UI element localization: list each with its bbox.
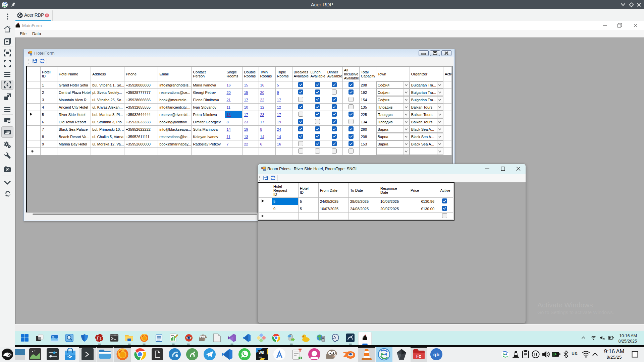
svg-text:Fz: Fz [416,354,421,359]
svg-text:qb: qb [433,352,439,357]
svg-text:Fz: Fz [97,336,101,341]
svg-text:WS: WS [259,351,264,355]
